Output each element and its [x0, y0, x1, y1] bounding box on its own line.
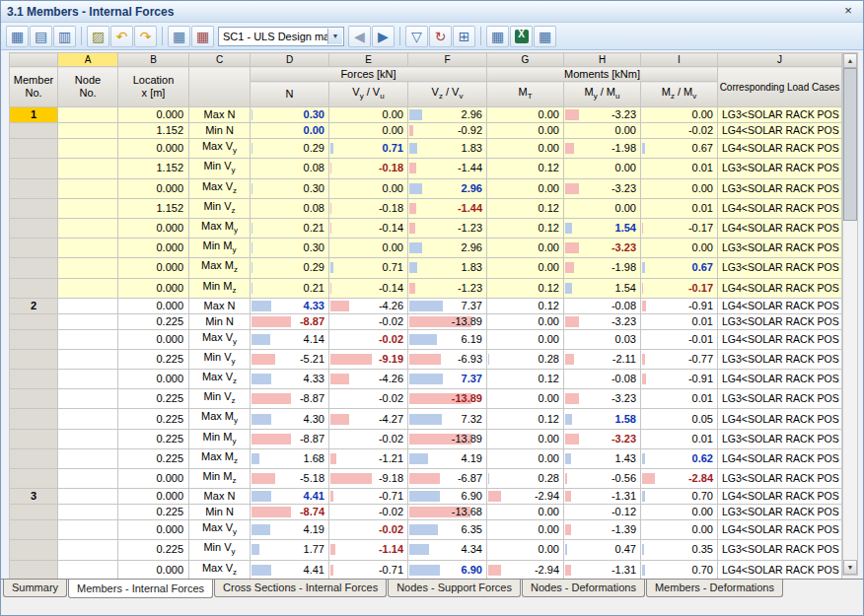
node-cell[interactable] [58, 448, 118, 468]
value-cell[interactable]: -0.56 [564, 469, 641, 489]
value-cell[interactable]: -1.98 [564, 258, 641, 278]
value-cell[interactable]: 0.00 [487, 448, 564, 468]
result-diagram-button[interactable]: ⊞ [453, 26, 475, 47]
value-cell[interactable]: 0.01 [641, 313, 718, 329]
node-cell[interactable] [58, 505, 118, 520]
value-cell[interactable]: -2.84 [641, 469, 718, 489]
member-cell[interactable] [10, 159, 58, 178]
value-cell[interactable]: -3.23 [564, 429, 641, 448]
value-cell[interactable]: 0.00 [641, 107, 718, 123]
scroll-up-icon[interactable]: ▲ [843, 53, 857, 68]
value-cell[interactable]: -6.87 [408, 469, 487, 489]
node-cell[interactable] [58, 107, 118, 123]
location-cell[interactable]: 0.000 [118, 370, 189, 389]
criteria-cell[interactable]: Max N [189, 489, 251, 505]
node-cell[interactable] [58, 489, 118, 505]
value-cell[interactable]: -0.08 [564, 370, 641, 389]
member-cell[interactable] [10, 329, 58, 349]
loadcase-cell[interactable]: LG3<SOLAR RACK POS [718, 107, 842, 123]
location-cell[interactable]: 0.225 [118, 505, 189, 520]
value-cell[interactable]: 1.83 [408, 258, 487, 278]
criteria-cell[interactable]: Min N [189, 313, 251, 329]
node-cell[interactable] [58, 298, 118, 313]
loadcase-cell[interactable]: LG3<SOLAR RACK POS [718, 313, 842, 329]
criteria-cell[interactable]: Max Vy [189, 329, 251, 349]
location-cell[interactable]: 0.000 [118, 560, 189, 579]
value-cell[interactable]: 0.00 [487, 139, 564, 159]
value-cell[interactable]: 4.14 [251, 329, 329, 349]
value-cell[interactable]: 6.90 [408, 560, 487, 579]
location-cell[interactable]: 0.000 [118, 329, 189, 349]
value-cell[interactable]: 1.58 [564, 409, 641, 429]
node-cell[interactable] [58, 429, 118, 448]
scroll-thumb[interactable] [843, 68, 857, 221]
case-selector-dropdown[interactable]: SC1 - ULS Design max-▼ [218, 27, 344, 46]
member-cell[interactable] [10, 239, 58, 258]
value-cell[interactable]: 7.32 [408, 409, 487, 429]
value-cell[interactable]: -8.74 [251, 505, 329, 520]
loadcase-cell[interactable]: LG4<SOLAR RACK POS [718, 298, 842, 313]
location-cell[interactable]: 0.225 [118, 409, 189, 429]
node-cell[interactable] [58, 278, 118, 298]
value-cell[interactable]: 0.00 [487, 505, 564, 520]
location-cell[interactable]: 0.000 [118, 489, 189, 505]
node-cell[interactable] [58, 123, 118, 139]
location-cell[interactable]: 0.000 [118, 298, 189, 313]
value-cell[interactable]: 0.21 [251, 218, 329, 238]
loadcase-cell[interactable]: LG4<SOLAR RACK POS [718, 123, 842, 139]
value-cell[interactable]: 0.08 [251, 159, 329, 178]
value-cell[interactable]: -0.18 [329, 159, 408, 178]
value-cell[interactable]: 0.00 [641, 520, 718, 540]
value-cell[interactable]: 1.43 [564, 448, 641, 468]
value-cell[interactable]: -0.77 [641, 349, 718, 369]
column-letter-J[interactable]: J [718, 53, 842, 67]
location-cell[interactable]: 0.225 [118, 313, 189, 329]
redo-button[interactable]: ↷ [134, 26, 157, 47]
value-cell[interactable]: 6.90 [408, 489, 487, 505]
column-letter-C[interactable]: C [189, 53, 251, 67]
criteria-cell[interactable]: Max My [189, 409, 251, 429]
value-cell[interactable]: 4.19 [251, 520, 329, 540]
ole-table-button[interactable]: ▦ [534, 26, 556, 47]
value-cell[interactable]: -0.02 [329, 313, 408, 329]
member-cell[interactable] [10, 313, 58, 329]
value-cell[interactable]: 0.00 [487, 239, 564, 258]
table-view-button[interactable]: ▤ [30, 26, 52, 47]
value-cell[interactable]: 0.00 [641, 178, 718, 198]
grid-rows-button[interactable]: ▦ [168, 26, 190, 47]
loadcase-cell[interactable]: LG4<SOLAR RACK POS [718, 139, 842, 159]
node-cell[interactable] [58, 540, 118, 560]
value-cell[interactable]: 0.00 [487, 389, 564, 409]
member-cell[interactable] [10, 389, 58, 409]
member-cell[interactable] [10, 349, 58, 369]
value-cell[interactable]: 0.01 [641, 429, 718, 448]
value-cell[interactable]: 0.30 [251, 178, 329, 198]
loadcase-cell[interactable]: LG3<SOLAR RACK POS [718, 505, 842, 520]
criteria-cell[interactable]: Max Mz [189, 448, 251, 468]
location-cell[interactable]: 0.000 [118, 278, 189, 298]
node-cell[interactable] [58, 329, 118, 349]
criteria-cell[interactable]: Max My [189, 218, 251, 238]
node-cell[interactable] [58, 409, 118, 429]
value-cell[interactable]: 0.00 [564, 198, 641, 218]
value-cell[interactable]: 0.12 [487, 298, 564, 313]
column-letter-A[interactable]: A [58, 53, 118, 67]
member-cell[interactable] [10, 520, 58, 540]
value-cell[interactable]: 0.67 [641, 258, 718, 278]
value-cell[interactable]: -5.21 [251, 349, 329, 369]
criteria-cell[interactable]: Max Vy [189, 520, 251, 540]
value-cell[interactable]: -2.94 [487, 560, 564, 579]
loadcase-cell[interactable]: LG4<SOLAR RACK POS [718, 560, 842, 579]
column-letter-I[interactable]: I [641, 53, 718, 67]
criteria-cell[interactable]: Max Vy [189, 139, 251, 159]
value-cell[interactable]: 0.71 [329, 139, 408, 159]
loadcase-cell[interactable]: LG3<SOLAR RACK POS [718, 178, 842, 198]
location-cell[interactable]: 0.225 [118, 448, 189, 468]
value-cell[interactable]: -1.98 [564, 139, 641, 159]
value-cell[interactable]: -1.21 [329, 448, 408, 468]
value-cell[interactable]: 0.00 [641, 239, 718, 258]
location-cell[interactable]: 0.225 [118, 389, 189, 409]
value-cell[interactable]: 0.28 [487, 349, 564, 369]
value-cell[interactable]: 0.00 [329, 107, 408, 123]
loadcase-cell[interactable]: LG4<SOLAR RACK POS [718, 409, 842, 429]
